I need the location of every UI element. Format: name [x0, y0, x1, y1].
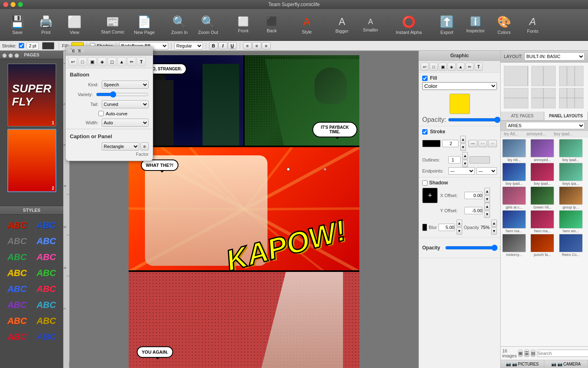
style-item[interactable]: ABC	[33, 330, 60, 344]
fonts-button[interactable]: A Fonts	[519, 13, 546, 37]
image-item[interactable]: motorcy...	[502, 234, 530, 257]
gp-tb-btn-1[interactable]: ↩	[421, 63, 429, 71]
view-button[interactable]: ⬜ View	[61, 13, 88, 37]
image-item[interactable]: boy ipad...	[559, 139, 586, 162]
shadow-color-swatch[interactable]: +	[422, 188, 438, 203]
shadow-y-input[interactable]	[464, 207, 483, 214]
stroke-up[interactable]: ▲	[460, 136, 466, 143]
fill-color-picker[interactable]	[450, 94, 470, 114]
stroke-down[interactable]: ▼	[460, 144, 466, 151]
library-select[interactable]: ARIES	[506, 122, 585, 129]
shadow-x-input[interactable]	[464, 192, 483, 199]
image-item[interactable]: boys ipa...	[559, 163, 586, 186]
detail-view-btn[interactable]: ⊟	[531, 350, 535, 357]
export-button[interactable]: ⬆️ Export	[434, 13, 460, 37]
opacity-slider[interactable]	[448, 117, 501, 123]
front-button[interactable]: ⬜ Front	[230, 13, 256, 37]
tail-select[interactable]: Curved Straight None	[102, 100, 149, 108]
new-page-button[interactable]: 📄 New Page	[131, 13, 158, 37]
panel-1-right[interactable]: IT'S PAYBACK TIME.	[245, 55, 359, 146]
layout-thumb[interactable]	[504, 88, 528, 108]
outlines-up[interactable]: ▲	[462, 152, 468, 159]
style-item[interactable]: ABC	[3, 234, 31, 248]
shadow-x-down[interactable]: ▼	[484, 195, 490, 203]
width-select[interactable]: Auto Custom	[102, 119, 149, 127]
gp-tb-btn-5[interactable]: ▲	[457, 63, 465, 71]
layout-thumb[interactable]	[559, 66, 584, 86]
popup-close-button[interactable]	[68, 49, 72, 53]
style-item[interactable]: ABC	[3, 330, 31, 344]
balloon-5[interactable]: YOU AGAIN.	[137, 346, 173, 358]
stroke-checkbox-gp[interactable]	[422, 129, 428, 135]
stroke-swatch[interactable]	[42, 42, 54, 49]
stroke-width-input[interactable]	[27, 42, 39, 49]
shadow-blur-color[interactable]	[422, 224, 427, 231]
rect-extra-btn[interactable]: ≡	[140, 142, 149, 150]
style-item[interactable]: ABC	[33, 282, 60, 296]
layout-select[interactable]: BUILT-IN: BASIC	[524, 52, 585, 61]
shadow-op-down[interactable]: ▼	[491, 227, 497, 235]
fill-checkbox[interactable]	[422, 76, 428, 81]
layout-thumb[interactable]	[531, 88, 556, 108]
rect-select[interactable]: Rectangle Rounded Oval	[102, 142, 139, 150]
style-item[interactable]: ABC	[3, 250, 31, 264]
outline-color-swatch[interactable]	[470, 156, 490, 164]
tab-panel-layouts[interactable]: PANEL LAYOUTS	[544, 112, 588, 120]
shadow-blur-input[interactable]	[439, 224, 455, 231]
smaller-button[interactable]: A Smaller	[357, 13, 384, 37]
outlines-down[interactable]: ▼	[462, 160, 468, 167]
popup-min-button[interactable]	[74, 49, 78, 53]
image-item[interactable]: hero ma...	[502, 210, 530, 233]
bold-button[interactable]: B	[209, 42, 218, 49]
style-item[interactable]: ABC	[33, 234, 60, 248]
bigger-button[interactable]: A Bigger	[329, 13, 355, 37]
gp-tb-btn-6[interactable]: ✏	[466, 63, 474, 71]
tab-create-pages[interactable]: ATE PAGES	[501, 112, 544, 120]
image-item[interactable]: punch fa...	[530, 234, 558, 257]
page-thumb-2[interactable]: 2	[7, 129, 56, 192]
balloon-2[interactable]: IT'S PAYBACK TIME.	[312, 122, 357, 137]
form-tb-btn-3[interactable]: ▣	[88, 57, 97, 66]
image-item[interactable]: group ip...	[559, 186, 586, 209]
shadow-x-up[interactable]: ▲	[484, 188, 490, 195]
zoom-in-button[interactable]: 🔍 Zoom In	[166, 13, 193, 37]
form-tb-btn-1[interactable]: ↩	[68, 57, 77, 66]
align-left-button[interactable]: ≡	[243, 42, 252, 49]
selection-handle[interactable]	[323, 168, 327, 171]
minimize-button[interactable]	[11, 2, 16, 7]
maximize-button[interactable]	[18, 2, 23, 7]
start-comic-button[interactable]: 📰 Start Comic	[96, 13, 129, 37]
form-tb-btn-7[interactable]: ✏	[127, 57, 136, 66]
image-item[interactable]: Green Vil...	[530, 186, 558, 209]
style-item[interactable]: ABC	[3, 218, 31, 232]
form-tb-btn-5[interactable]: ◻	[107, 57, 116, 66]
style-item[interactable]: ABC	[3, 314, 31, 328]
kind-select[interactable]: Speech Thought Caption	[102, 81, 149, 89]
style-item[interactable]: ABC	[33, 266, 60, 280]
library-search[interactable]	[537, 350, 588, 357]
balloon-3[interactable]: WHAT THE?!	[141, 159, 178, 171]
gp-close[interactable]	[2, 54, 7, 58]
style-item[interactable]: ABC	[3, 266, 31, 280]
panel-3[interactable]: YOU AGAIN.	[129, 272, 359, 368]
image-item[interactable]: Retro Co...	[559, 234, 586, 257]
pictures-tab[interactable]: 📷 📷 PICTURES	[501, 360, 544, 368]
variety-slider[interactable]	[96, 91, 149, 98]
shadow-op-up[interactable]: ▲	[491, 220, 497, 227]
stroke-color-swatch[interactable]	[422, 140, 441, 147]
zoom-out-button[interactable]: 🔍 Zoom Out	[195, 13, 221, 37]
instant-alpha-button[interactable]: ⭕ Instant Alpha	[392, 13, 425, 37]
close-button[interactable]	[3, 2, 8, 7]
layout-thumb[interactable]	[559, 88, 584, 108]
align-right-button[interactable]: ≡	[262, 42, 271, 49]
image-item[interactable]: ley Att...	[502, 139, 530, 162]
style-item[interactable]: ABC	[3, 282, 31, 296]
endpoints-end-select[interactable]: — →	[477, 167, 497, 175]
layout-thumb[interactable]	[504, 66, 528, 86]
inspector-button[interactable]: ℹ️ Inspector	[462, 13, 489, 37]
image-item[interactable]: boy ipad...	[530, 163, 558, 186]
gp-tb-btn-3[interactable]: ▣	[439, 63, 447, 71]
opacity-main-slider[interactable]	[445, 245, 498, 251]
stroke-checkbox[interactable]	[19, 43, 24, 48]
selection-handle[interactable]	[287, 168, 290, 171]
